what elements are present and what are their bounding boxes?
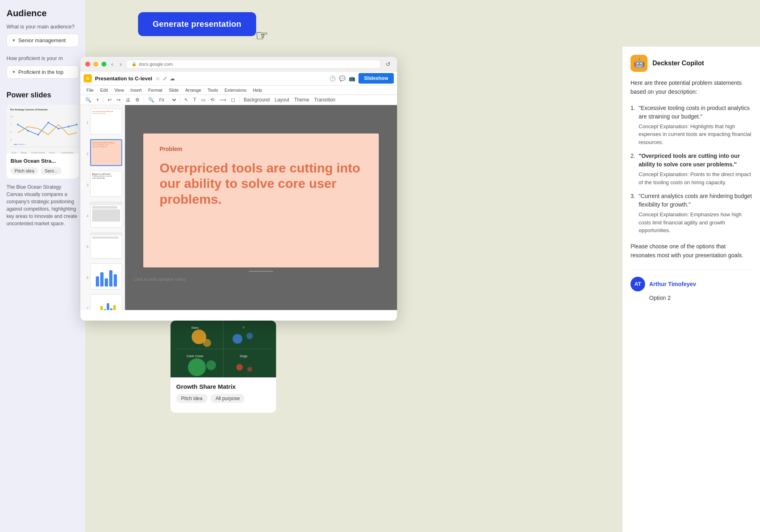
slide-scrollbar: [249, 271, 273, 272]
menu-file[interactable]: File: [84, 86, 97, 94]
menu-format[interactable]: Format: [145, 86, 165, 94]
slide-tags: Pitch idea Seni...: [11, 167, 75, 174]
image-btn[interactable]: ⟲: [209, 96, 216, 103]
slideshow-button[interactable]: Slideshow: [358, 73, 394, 84]
svg-point-6: [17, 124, 19, 125]
slide-tag-audience[interactable]: Seni...: [41, 167, 61, 174]
power-slide-card-1[interactable]: The Strategy Canvas of Deckster 10 7 5 2: [6, 105, 79, 179]
window-forward-button[interactable]: ›: [118, 61, 123, 67]
audience-title: Audience: [6, 8, 79, 19]
svg-rect-13: [14, 144, 17, 145]
traffic-light-green[interactable]: [101, 62, 106, 67]
format-options-btn[interactable]: ⚙: [134, 96, 141, 103]
main-slide[interactable]: Problem Overpriced tools are cutting int…: [143, 134, 379, 267]
menu-arrange[interactable]: Arrange: [182, 86, 204, 94]
menu-bar: File Edit View Insert Format Slide Arran…: [80, 86, 397, 95]
refresh-button[interactable]: ↺: [384, 61, 392, 67]
copilot-name: Deckster Copilot: [652, 60, 704, 67]
cloud-icon[interactable]: ☁: [170, 75, 175, 82]
svg-text:Cash Cows: Cash Cows: [187, 354, 203, 358]
transition-btn[interactable]: Transition: [313, 96, 337, 103]
concept-label-2: Concept Explanation:: [639, 171, 689, 177]
growth-share-card[interactable]: Stars ? Cash Cows Dogs Growth Share Matr…: [171, 321, 276, 413]
traffic-light-red[interactable]: [85, 62, 90, 67]
svg-point-23: [246, 333, 253, 339]
zoom-plus-btn[interactable]: +: [95, 96, 101, 103]
copilot-quote-2: "Overpriced tools are cutting into our a…: [639, 153, 740, 168]
comment-icon[interactable]: 💬: [339, 75, 345, 82]
history-icon[interactable]: 🕐: [329, 75, 336, 82]
window-titlebar: ‹ › 🔒 docs.google.com ↺: [80, 57, 397, 71]
svg-point-29: [247, 367, 252, 372]
present-icon[interactable]: 📺: [349, 75, 355, 82]
slide-card-image: The Strategy Canvas of Deckster 10 7 5 2: [6, 105, 79, 154]
line-btn[interactable]: ⟶: [218, 96, 228, 103]
slide-description: The Blue Ocean Strategy Canvas visually …: [6, 183, 79, 227]
theme-btn[interactable]: Theme: [292, 96, 311, 103]
copilot-quote-3: "Current analytics costs are hindering b…: [639, 193, 752, 208]
menu-tools[interactable]: Tools: [205, 86, 221, 94]
slide-number-1: 1: [83, 121, 89, 125]
slide-number-7: 7: [83, 306, 89, 310]
background-btn[interactable]: Background: [242, 96, 271, 103]
menu-slide[interactable]: Slide: [166, 86, 181, 94]
zoom-select[interactable]: Fit 50% 100%: [158, 97, 177, 103]
speaker-notes[interactable]: Click to add speaker notes: [133, 277, 186, 282]
svg-point-22: [233, 334, 242, 344]
slide-thumb-2[interactable]: Overpriced tools are cutting into our ab…: [90, 139, 122, 166]
slides-panel[interactable]: 1 Cut Tool Costs by 60% and Fund Critica…: [80, 105, 125, 310]
slide-thumb-7[interactable]: [90, 294, 122, 310]
svg-point-11: [68, 126, 69, 127]
star-icon[interactable]: ☆: [155, 75, 160, 82]
main-slide-area[interactable]: Problem Overpriced tools are cutting int…: [125, 105, 397, 310]
move-icon[interactable]: ⤢: [163, 75, 167, 82]
undo-btn[interactable]: ↩: [106, 96, 113, 103]
svg-text:Stars: Stars: [191, 326, 199, 330]
slide-thumb-6[interactable]: [90, 263, 122, 289]
slide-tag-pitch[interactable]: Pitch idea: [11, 167, 38, 174]
svg-point-12: [76, 124, 78, 125]
svg-point-25: [188, 358, 206, 376]
print-btn[interactable]: 🖨: [124, 96, 132, 103]
doc-title[interactable]: Presentation to C-level: [95, 75, 152, 82]
slide-number-3: 3: [83, 183, 89, 187]
slide-thumb-4[interactable]: [90, 202, 122, 228]
cursor-btn[interactable]: ↖: [183, 96, 190, 103]
slide-thumb-row-2: 2 Overpriced tools are cutting into our …: [83, 139, 122, 168]
copilot-explanation-2: Concept Explanation: Points to the direc…: [639, 170, 752, 186]
slide-thumb-5[interactable]: [90, 233, 122, 258]
text-btn[interactable]: T: [192, 96, 198, 103]
redo-btn[interactable]: ↪: [115, 96, 122, 103]
window-back-button[interactable]: ‹: [110, 61, 115, 67]
copilot-item-1: "Excessive tooling costs in product anal…: [630, 104, 752, 146]
audience-section: Audience What is your main audience? ▼ S…: [6, 8, 79, 47]
audience-dropdown[interactable]: ▼ Senior management: [6, 34, 79, 47]
slide-thumb-1[interactable]: Cut Tool Costs by 60% and Fund Critical …: [90, 108, 122, 134]
growth-share-image: Stars ? Cash Cows Dogs: [171, 321, 276, 377]
browser-address-bar[interactable]: 🔒 docs.google.com: [126, 60, 381, 69]
power-slides-section: Power slides The Strategy Canvas of Deck…: [6, 91, 79, 227]
card-tag-all-purpose[interactable]: All purpose: [211, 394, 245, 403]
menu-view[interactable]: View: [112, 86, 127, 94]
slide-thumb-row-7: 7: [83, 294, 122, 310]
cursor-icon: ☞: [255, 27, 268, 44]
traffic-light-yellow[interactable]: [93, 62, 98, 67]
card-tag-pitch-idea[interactable]: Pitch idea: [176, 394, 207, 403]
slide-number-2: 2: [83, 152, 89, 156]
layout-btn[interactable]: Layout: [273, 96, 291, 103]
menu-help[interactable]: Help: [250, 86, 265, 94]
user-avatar: AT: [630, 277, 645, 291]
menu-insert[interactable]: Insert: [127, 86, 145, 94]
shape-btn[interactable]: ▭: [199, 96, 207, 103]
menu-extensions[interactable]: Extensions: [222, 86, 249, 94]
comment-btn[interactable]: ◻: [229, 96, 237, 103]
zoom-level-btn[interactable]: 🔍: [147, 96, 156, 103]
menu-edit[interactable]: Edit: [97, 86, 111, 94]
generate-presentation-button[interactable]: Generate presentation: [138, 12, 256, 36]
svg-text:Dogs: Dogs: [240, 354, 248, 358]
proficiency-dropdown[interactable]: ▼ Proficient in the top: [6, 65, 79, 79]
zoom-search-btn[interactable]: 🔍: [84, 96, 93, 103]
slide-thumb-3[interactable]: Migrate to a self-hosted PostHog solutio…: [90, 171, 122, 197]
svg-text:5: 5: [11, 131, 12, 133]
browser-url: docs.google.com: [139, 62, 173, 67]
